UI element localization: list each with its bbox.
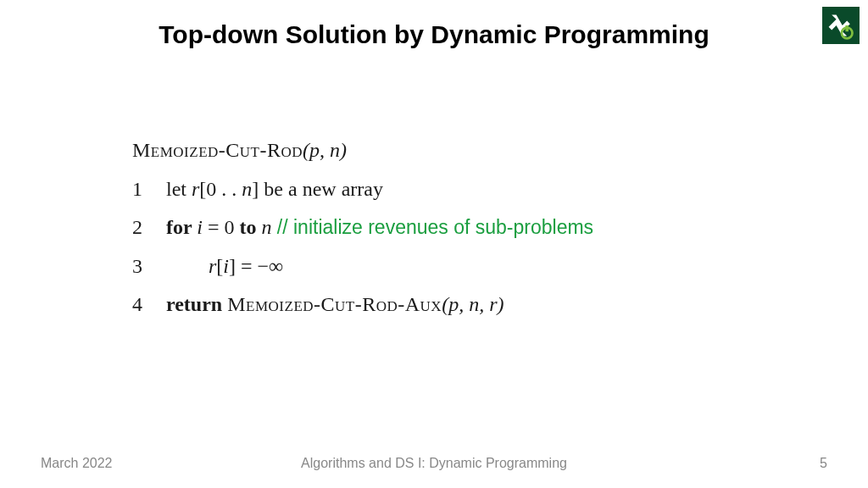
code-line-4: 4 return Memoized-Cut-Rod-Aux(p, n, r) <box>132 286 593 324</box>
code-comment: // initialize revenues of sub-problems <box>271 216 593 238</box>
line-number: 2 <box>132 208 166 247</box>
slide-title: Top-down Solution by Dynamic Programming <box>0 20 868 49</box>
pseudocode-block: Memoized-Cut-Rod(p, n) 1 let r[0 . . n] … <box>132 131 593 324</box>
slide-footer: March 2022 Algorithms and DS I: Dynamic … <box>0 456 868 471</box>
footer-course: Algorithms and DS I: Dynamic Programming <box>301 456 567 471</box>
line-number: 3 <box>132 247 166 286</box>
footer-page-number: 5 <box>820 456 827 471</box>
code-text: for i = 0 to n // initialize revenues of… <box>166 208 593 247</box>
function-name: Memoized-Cut-Rod <box>132 131 303 170</box>
code-line-1: 1 let r[0 . . n] be a new array <box>132 170 593 209</box>
function-header: Memoized-Cut-Rod(p, n) <box>132 131 593 170</box>
function-args: (p, n) <box>303 131 347 170</box>
code-line-2: 2 for i = 0 to n // initialize revenues … <box>132 208 593 247</box>
code-text: return Memoized-Cut-Rod-Aux(p, n, r) <box>166 286 504 324</box>
code-text: let r[0 . . n] be a new array <box>166 170 383 209</box>
line-number: 4 <box>132 286 166 324</box>
code-line-3: 3 r[i] = −∞ <box>132 247 593 286</box>
line-number: 1 <box>132 170 166 209</box>
footer-date: March 2022 <box>41 456 113 471</box>
code-text: r[i] = −∞ <box>166 247 283 286</box>
